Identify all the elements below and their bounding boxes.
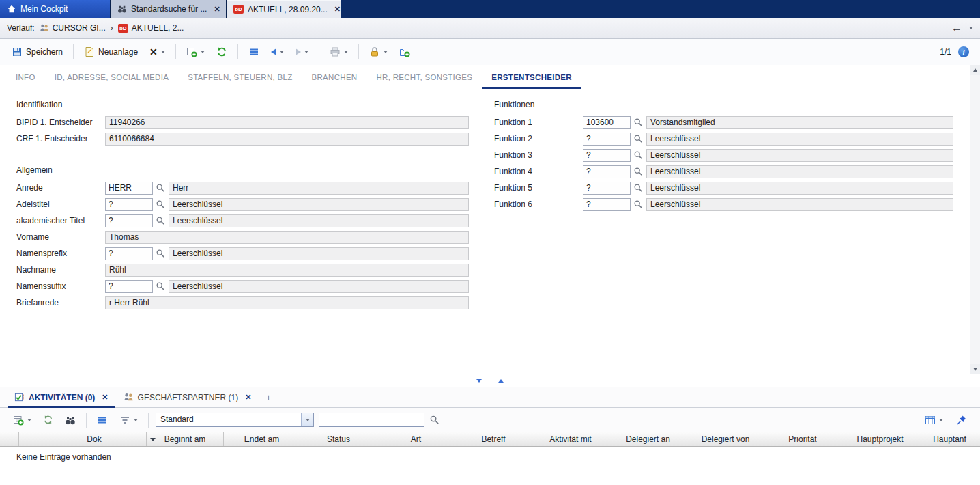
scroll-up-button[interactable] xyxy=(970,65,980,75)
save-button[interactable]: Speichern xyxy=(8,44,66,60)
tab-aktivitaeten[interactable]: AKTIVITÄTEN (0) ✕ xyxy=(7,387,116,407)
refresh-list-button[interactable] xyxy=(40,412,57,428)
close-icon[interactable]: ✕ xyxy=(334,5,341,14)
field-label: Nachname xyxy=(16,265,105,275)
window-tab-mein-cockpit[interactable]: Mein Cockpit xyxy=(0,0,111,18)
new-activity-button[interactable] xyxy=(10,412,35,428)
funktion-1-key-input[interactable] xyxy=(583,116,631,129)
column-header-status[interactable]: Status xyxy=(300,432,377,446)
search-button[interactable] xyxy=(61,412,79,428)
field-row-namenssuffix: Namenssuffix Leerschlüssel xyxy=(16,278,469,294)
akademischer-titel-key-input[interactable] xyxy=(105,214,153,227)
funktion-4-key-input[interactable] xyxy=(583,165,631,178)
column-header-icon[interactable] xyxy=(19,432,42,446)
list-view-button[interactable] xyxy=(245,44,263,60)
close-icon[interactable]: ✕ xyxy=(245,393,251,402)
funktion-2-key-input[interactable] xyxy=(583,133,631,146)
column-header-aktivitaet-mit[interactable]: Aktivität mit xyxy=(532,432,609,446)
history-back-button[interactable]: ← xyxy=(951,23,962,33)
lookup-search-icon[interactable] xyxy=(633,150,643,160)
list-view-button[interactable] xyxy=(93,412,111,428)
lookup-search-icon[interactable] xyxy=(633,117,643,127)
filter-button[interactable] xyxy=(116,412,141,428)
bottom-tab-label: AKTIVITÄTEN (0) xyxy=(29,393,95,402)
delete-button[interactable]: ✕ xyxy=(146,44,169,59)
funktion-3-key-input[interactable] xyxy=(583,149,631,162)
lookup-search-icon[interactable] xyxy=(633,167,643,176)
history-item-cursor[interactable]: CURSOR GI... xyxy=(40,23,106,33)
column-header-row-selector[interactable] xyxy=(0,432,19,446)
previous-record-button[interactable] xyxy=(268,46,287,58)
lookup-search-icon[interactable] xyxy=(633,183,643,193)
lookup-search-icon[interactable] xyxy=(633,199,643,209)
field-row-adelstitel: Adelstitel Leerschlüssel xyxy=(16,196,469,212)
scroll-down-button[interactable] xyxy=(970,364,980,374)
column-header-endet-am[interactable]: Endet am xyxy=(224,432,300,446)
info-icon[interactable]: i xyxy=(958,46,969,57)
add-tab-button[interactable]: + xyxy=(259,387,278,407)
collapse-down-button[interactable] xyxy=(474,378,485,384)
column-header-hauptanf[interactable]: Hauptanf xyxy=(919,432,980,446)
adelstitel-value-field: Leerschlüssel xyxy=(169,198,469,211)
column-header-prioritaet[interactable]: Priorität xyxy=(764,432,841,446)
funktion-6-key-input[interactable] xyxy=(583,198,631,211)
lookup-search-icon[interactable] xyxy=(156,249,165,258)
column-header-dok[interactable]: Dok xyxy=(42,432,147,446)
namensprefix-key-input[interactable] xyxy=(105,247,153,260)
column-header-delegiert-an[interactable]: Delegiert an xyxy=(609,432,687,446)
history-item-aktuell[interactable]: bD AKTUELL, 2... xyxy=(118,23,184,33)
column-header-betreff[interactable]: Betreff xyxy=(455,432,532,446)
tab-id-adresse-social-media[interactable]: ID, ADRESSE, SOCIAL MEDIA xyxy=(46,68,177,89)
adelstitel-key-input[interactable] xyxy=(105,198,153,211)
tab-staffeln-steuern-blz[interactable]: STAFFELN, STEUERN, BLZ xyxy=(179,68,301,89)
panel-splitter[interactable] xyxy=(0,374,980,387)
section-heading-funktionen: Funktionen xyxy=(494,99,953,110)
lock-button[interactable] xyxy=(366,44,391,60)
print-button[interactable] xyxy=(326,44,351,60)
search-icon[interactable] xyxy=(429,415,439,425)
quick-search-input[interactable] xyxy=(319,413,424,427)
crf-value-field: 6110066684 xyxy=(105,133,469,146)
funktion-5-key-input[interactable] xyxy=(583,182,631,195)
refresh-button[interactable] xyxy=(213,44,231,60)
akademischer-titel-value-field: Leerschlüssel xyxy=(169,214,469,227)
tab-info[interactable]: INFO xyxy=(7,68,44,89)
view-preset-select[interactable]: Standard xyxy=(156,413,314,427)
column-header-delegiert-von[interactable]: Delegiert von xyxy=(687,432,764,446)
tab-hr-recht-sonstiges[interactable]: HR, RECHT, SONSTIGES xyxy=(367,68,481,89)
column-header-art[interactable]: Art xyxy=(377,432,455,446)
window-tab-aktuell[interactable]: bD AKTUELL, 28.09.20... ✕ xyxy=(227,0,341,18)
tab-erstentscheider[interactable]: ERSTENTSCHEIDER xyxy=(482,68,581,89)
collapse-up-button[interactable] xyxy=(495,378,506,384)
lookup-search-icon[interactable] xyxy=(156,281,165,291)
namenssuffix-key-input[interactable] xyxy=(105,280,153,293)
window-tab-standardsuche[interactable]: Standardsuche für ... ✕ xyxy=(111,0,227,18)
list-icon xyxy=(248,46,259,57)
new-record-button[interactable]: Neuanlage xyxy=(81,44,141,60)
chevron-down-icon xyxy=(304,51,308,53)
lookup-search-icon[interactable] xyxy=(156,183,165,193)
combo-dropdown-button[interactable] xyxy=(301,413,313,426)
column-header-hauptprojekt[interactable]: Hauptprojekt xyxy=(841,432,919,446)
add-record-button[interactable] xyxy=(183,44,208,60)
field-label: Funktion 3 xyxy=(494,150,583,160)
new-folder-button[interactable] xyxy=(396,44,414,60)
home-icon xyxy=(7,4,16,14)
anrede-key-input[interactable] xyxy=(105,182,153,195)
column-header-beginnt-am[interactable]: Beginnt am xyxy=(147,432,224,446)
table-settings-button[interactable] xyxy=(921,412,947,428)
chevron-down-icon[interactable] xyxy=(969,27,973,29)
lookup-search-icon[interactable] xyxy=(156,199,165,209)
form-scrollbar[interactable] xyxy=(970,65,980,374)
tab-branchen[interactable]: BRANCHEN xyxy=(303,68,366,89)
lookup-search-icon[interactable] xyxy=(156,216,165,225)
pin-panel-button[interactable] xyxy=(953,412,970,428)
tab-geschaeftspartner[interactable]: GESCHÄFTSPARTNER (1) ✕ xyxy=(116,387,259,407)
close-icon[interactable]: ✕ xyxy=(214,5,220,14)
chevron-down-icon xyxy=(939,419,943,421)
next-record-button[interactable] xyxy=(292,46,312,58)
close-icon[interactable]: ✕ xyxy=(102,393,108,402)
scrollbar-track[interactable] xyxy=(970,75,980,364)
lookup-search-icon[interactable] xyxy=(633,134,643,143)
window-tab-bar: Mein Cockpit Standardsuche für ... ✕ bD … xyxy=(0,0,980,18)
